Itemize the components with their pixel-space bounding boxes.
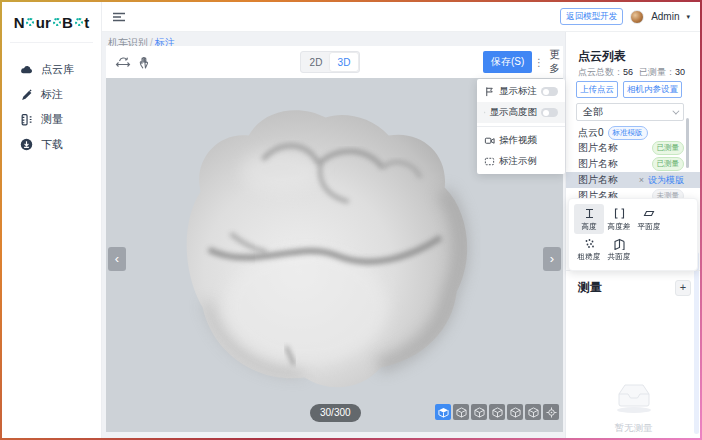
measure-tool-palette: 高度 高度差 平面度 粗糙度 共面度: [568, 198, 698, 271]
more-label: 更多: [546, 48, 563, 76]
gear-icon: [53, 18, 61, 26]
tab-2d[interactable]: 2D: [302, 53, 330, 71]
scrollbar-thumb[interactable]: [686, 118, 689, 168]
logo-text: ur: [36, 14, 51, 31]
camera-intrinsics-button[interactable]: 相机内参设置: [623, 81, 682, 98]
view-cube-buttons: [435, 404, 559, 420]
neurobot-app: N ur B t 点云库 标注 测量 下载: [2, 2, 700, 438]
empty-label: 暂无测量: [566, 422, 700, 435]
tool-height-difference[interactable]: 高度差: [604, 204, 634, 234]
add-measure-button[interactable]: +: [675, 280, 691, 296]
sidebar-item-label: 测量: [41, 112, 63, 127]
back-to-model-dev-button[interactable]: 返回模型开发: [560, 8, 623, 25]
tool-flatness[interactable]: 平面度: [634, 204, 664, 234]
cube-icon: [438, 407, 449, 418]
measure-title: 测量: [578, 279, 602, 296]
chevron-down-icon: [672, 107, 679, 114]
avatar[interactable]: [630, 10, 644, 24]
flatness-icon: [643, 207, 656, 220]
sidebar-item-annotation[interactable]: 标注: [2, 82, 101, 107]
coplanarity-icon: [613, 237, 626, 250]
cube-icon: [474, 407, 485, 418]
tool-coplanarity[interactable]: 共面度: [604, 234, 634, 264]
panel-stats: 点云总数：56已测量：30: [578, 66, 691, 79]
menu-item-show-annotations[interactable]: 显示标注: [477, 81, 565, 102]
top-bar: 返回模型开发 Admin ▾: [102, 2, 700, 32]
show-heightmap-toggle[interactable]: [541, 108, 558, 117]
view-cube-back-button[interactable]: [471, 404, 487, 420]
more-dots-icon: ⋮: [534, 57, 544, 68]
top-bar-right: 返回模型开发 Admin ▾: [560, 8, 700, 25]
file-row[interactable]: 图片名称 已测量: [566, 156, 700, 172]
user-menu[interactable]: Admin: [651, 11, 679, 22]
menu-item-show-heightmap[interactable]: 显示高度图: [477, 102, 565, 123]
tool-label: 共面度: [608, 251, 631, 261]
tool-roughness[interactable]: 粗糙度: [574, 234, 604, 264]
pan-hand-icon: [138, 55, 152, 69]
show-annotations-toggle[interactable]: [541, 87, 558, 96]
sidebar-item-download[interactable]: 下载: [2, 132, 101, 157]
filter-select-value: 全部: [583, 105, 603, 119]
collapse-sidebar-icon[interactable]: [112, 11, 126, 23]
video-icon: [484, 135, 495, 146]
app-logo: N ur B t: [2, 2, 101, 42]
upload-pointcloud-button[interactable]: 上传点云: [576, 81, 618, 98]
viewer-toolbar: 2D 3D 保存(S) ⋮ 更多: [106, 46, 563, 78]
tooth-3d-model: [170, 102, 480, 397]
view-cube-right-button[interactable]: [489, 404, 505, 420]
file-row[interactable]: 图片名称 已测量: [566, 140, 700, 156]
next-pointcloud-button[interactable]: ›: [543, 247, 561, 271]
panel-title: 点云列表: [578, 48, 626, 65]
screenshot-frame: N ur B t 点云库 标注 测量 下载: [0, 0, 702, 440]
tool-label: 平面度: [638, 221, 661, 231]
tab-3d[interactable]: 3D: [330, 53, 358, 71]
pointcloud-group-row[interactable]: 点云0 标准模版: [578, 126, 648, 140]
cube-icon: [510, 407, 521, 418]
rotate-3d-icon: [115, 55, 131, 69]
more-button[interactable]: ⋮ 更多: [534, 51, 563, 73]
sidebar-item-label: 点云库: [41, 62, 74, 77]
locate-center-button[interactable]: [543, 404, 559, 420]
sidebar-item-pointcloud-library[interactable]: 点云库: [2, 57, 101, 82]
gear-icon: [75, 18, 83, 26]
pointcloud-file-list: 图片名称 已测量 图片名称 已测量 图片名称 × 设为模版 图片名称 未测量: [566, 140, 700, 204]
cube-icon: [492, 407, 503, 418]
pen-icon: [20, 88, 33, 101]
pan-tool[interactable]: [134, 51, 156, 73]
divider: [477, 126, 565, 127]
cloud-icon: [20, 63, 33, 76]
height-diff-icon: [613, 207, 626, 220]
frame-icon: [484, 156, 495, 167]
caret-down-icon: ▾: [686, 13, 690, 21]
menu-item-label: 标注示例: [499, 155, 537, 168]
empty-box-icon: [611, 380, 657, 414]
rotate-3d-tool[interactable]: [112, 51, 134, 73]
sidebar-item-measure[interactable]: 测量: [2, 107, 101, 132]
ruler-icon: [20, 113, 33, 126]
remove-icon[interactable]: ×: [639, 175, 644, 185]
sidebar-item-label: 下载: [41, 137, 63, 152]
view-cube-solid-button[interactable]: [435, 404, 451, 420]
logo-text: B: [62, 14, 73, 31]
filter-select[interactable]: 全部: [576, 103, 684, 121]
view-cube-front-button[interactable]: [507, 404, 523, 420]
cube-icon: [456, 407, 467, 418]
view-mode-toggle: 2D 3D: [300, 51, 360, 73]
template-badge: 标准模版: [608, 126, 648, 140]
file-row-selected[interactable]: 图片名称 × 设为模版: [566, 172, 700, 188]
more-dropdown-menu: 显示标注 显示高度图 操作视频 标注示例: [477, 79, 565, 174]
tool-height[interactable]: 高度: [574, 204, 604, 234]
prev-pointcloud-button[interactable]: ‹: [108, 247, 126, 271]
view-cube-bottom-button[interactable]: [525, 404, 541, 420]
logo-text: t: [84, 14, 89, 31]
menu-item-tutorial-video[interactable]: 操作视频: [477, 130, 565, 151]
group-name: 点云0: [578, 126, 604, 140]
set-template-action[interactable]: 设为模版: [648, 174, 684, 187]
divider: [10, 42, 93, 43]
sidebar-item-label: 标注: [41, 87, 63, 102]
view-cube-left-button[interactable]: [453, 404, 469, 420]
total-label: 点云总数：: [578, 67, 623, 77]
save-button[interactable]: 保存(S): [483, 51, 532, 73]
menu-item-annotation-example[interactable]: 标注示例: [477, 151, 565, 172]
height-icon: [583, 207, 596, 220]
